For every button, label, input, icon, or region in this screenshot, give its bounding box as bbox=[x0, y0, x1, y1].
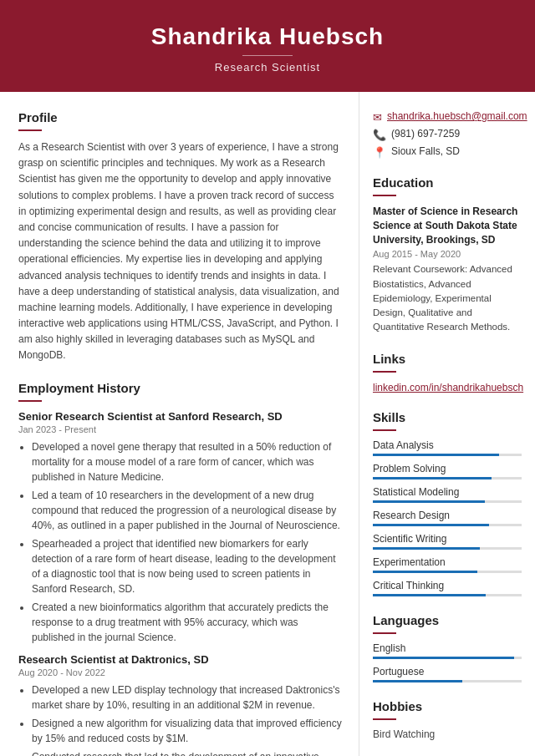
job-0-bullet-2: Spearheaded a project that identified ne… bbox=[32, 536, 342, 596]
employment-section: Employment History Senior Research Scien… bbox=[18, 381, 342, 756]
lang-bar-bg-0 bbox=[373, 657, 522, 659]
contact-location: Sioux Falls, SD bbox=[391, 145, 460, 157]
skill-bar-bg-0 bbox=[373, 454, 522, 456]
links-divider bbox=[373, 371, 396, 373]
header-title: Research Scientist bbox=[17, 61, 518, 74]
language-item-1: Portuguese bbox=[373, 666, 522, 682]
job-1-bullet-1: Designed a new algorithm for visualizing… bbox=[32, 716, 342, 746]
skill-item-2: Statistical Modeling bbox=[373, 486, 522, 503]
lang-bar-bg-1 bbox=[373, 680, 522, 682]
phone-icon: 📞 bbox=[373, 129, 386, 141]
contact-phone: (981) 697-7259 bbox=[391, 128, 460, 140]
contact-email-link[interactable]: shandrika.huebsch@gmail.com bbox=[387, 110, 527, 122]
job-1: Research Scientist at Daktronics, SD Aug… bbox=[18, 653, 342, 756]
lang-name-0: English bbox=[373, 642, 522, 654]
skill-bar-bg-2 bbox=[373, 500, 522, 503]
skills-divider bbox=[373, 429, 396, 431]
right-column: ✉ shandrika.huebsch@gmail.com 📞 (981) 69… bbox=[359, 92, 535, 756]
lang-bar-fill-0 bbox=[373, 657, 514, 659]
header: Shandrika Huebsch Research Scientist bbox=[0, 0, 535, 92]
skill-name-1: Problem Solving bbox=[373, 463, 522, 474]
contact-phone-item: 📞 (981) 697-7259 bbox=[373, 128, 522, 141]
contact-email-item: ✉ shandrika.huebsch@gmail.com bbox=[373, 110, 522, 124]
job-1-dates: Aug 2020 - Nov 2022 bbox=[18, 667, 342, 677]
linkedin-link[interactable]: linkedin.com/in/shandrikahuebsch bbox=[373, 382, 523, 393]
left-column: Profile As a Research Scientist with ove… bbox=[0, 92, 359, 756]
skill-bar-fill-0 bbox=[373, 454, 499, 456]
education-section: Education Master of Science in Research … bbox=[373, 175, 522, 335]
edu-coursework: Relevant Coursework: Advanced Biostatist… bbox=[373, 262, 522, 334]
skill-bar-bg-3 bbox=[373, 524, 522, 526]
job-0-dates: Jan 2023 - Present bbox=[18, 424, 342, 434]
email-icon: ✉ bbox=[373, 111, 382, 124]
skill-item-0: Data Analysis bbox=[373, 439, 522, 456]
edu-degree: Master of Science in Research Science at… bbox=[373, 205, 522, 246]
skill-bar-fill-1 bbox=[373, 477, 492, 479]
skills-title: Skills bbox=[373, 410, 522, 424]
job-0-bullet-0: Developed a novel gene therapy that resu… bbox=[32, 439, 342, 485]
job-0: Senior Research Scientist at Sanford Res… bbox=[18, 410, 342, 645]
body-container: Profile As a Research Scientist with ove… bbox=[0, 92, 535, 756]
job-1-bullet-2: Conducted research that led to the devel… bbox=[32, 749, 342, 756]
hobby-item-0: Bird Watching bbox=[373, 728, 522, 740]
skill-item-6: Critical Thinking bbox=[373, 580, 522, 596]
skill-bar-bg-6 bbox=[373, 594, 522, 596]
skill-bar-fill-6 bbox=[373, 594, 486, 596]
skill-item-4: Scientific Writing bbox=[373, 533, 522, 550]
education-title: Education bbox=[373, 175, 522, 190]
job-0-bullet-1: Led a team of 10 researchers in the deve… bbox=[32, 488, 342, 533]
lang-name-1: Portuguese bbox=[373, 666, 522, 677]
employment-divider bbox=[18, 400, 42, 402]
job-0-bullet-3: Created a new bioinformatics algorithm t… bbox=[32, 600, 342, 645]
links-section: Links linkedin.com/in/shandrikahuebsch bbox=[373, 352, 522, 393]
skill-name-0: Data Analysis bbox=[373, 439, 522, 451]
skill-item-1: Problem Solving bbox=[373, 463, 522, 479]
profile-section: Profile As a Research Scientist with ove… bbox=[18, 110, 342, 364]
skill-name-4: Scientific Writing bbox=[373, 533, 522, 545]
job-1-title: Research Scientist at Daktronics, SD bbox=[18, 653, 342, 666]
skill-bar-fill-3 bbox=[373, 524, 489, 526]
job-1-bullet-0: Developed a new LED display technology t… bbox=[32, 682, 342, 713]
header-divider bbox=[242, 55, 293, 56]
skill-name-2: Statistical Modeling bbox=[373, 486, 522, 498]
skill-bar-fill-5 bbox=[373, 571, 477, 573]
languages-list: English Portuguese bbox=[373, 642, 522, 682]
edu-dates: Aug 2015 - May 2020 bbox=[373, 249, 522, 259]
skill-item-3: Research Design bbox=[373, 510, 522, 526]
skill-bar-bg-4 bbox=[373, 547, 522, 550]
employment-title: Employment History bbox=[18, 381, 342, 395]
skill-item-5: Experimentation bbox=[373, 556, 522, 573]
skill-bar-fill-2 bbox=[373, 500, 485, 503]
skills-section: Skills Data Analysis Problem Solving Sta… bbox=[373, 410, 522, 596]
job-0-title: Senior Research Scientist at Sanford Res… bbox=[18, 410, 342, 423]
languages-title: Languages bbox=[373, 613, 522, 627]
hobbies-section: Hobbies Bird Watching bbox=[373, 699, 522, 740]
lang-bar-fill-1 bbox=[373, 680, 462, 682]
skill-name-6: Critical Thinking bbox=[373, 580, 522, 591]
contact-location-item: 📍 Sioux Falls, SD bbox=[373, 145, 522, 159]
job-1-bullets: Developed a new LED display technology t… bbox=[18, 682, 342, 756]
contact-section: ✉ shandrika.huebsch@gmail.com 📞 (981) 69… bbox=[373, 110, 522, 159]
profile-text: As a Research Scientist with over 3 year… bbox=[18, 140, 342, 364]
skill-name-3: Research Design bbox=[373, 510, 522, 521]
hobbies-list: Bird Watching bbox=[373, 728, 522, 740]
profile-divider bbox=[18, 129, 42, 131]
header-name: Shandrika Huebsch bbox=[17, 23, 518, 50]
language-item-0: English bbox=[373, 642, 522, 659]
hobbies-divider bbox=[373, 718, 396, 720]
links-title: Links bbox=[373, 352, 522, 366]
skill-bar-fill-4 bbox=[373, 547, 480, 550]
skill-name-5: Experimentation bbox=[373, 556, 522, 568]
skills-list: Data Analysis Problem Solving Statistica… bbox=[373, 439, 522, 596]
hobbies-title: Hobbies bbox=[373, 699, 522, 713]
skill-bar-bg-1 bbox=[373, 477, 522, 479]
education-divider bbox=[373, 195, 396, 196]
languages-section: Languages English Portuguese bbox=[373, 613, 522, 682]
location-icon: 📍 bbox=[373, 146, 386, 159]
languages-divider bbox=[373, 632, 396, 634]
job-0-bullets: Developed a novel gene therapy that resu… bbox=[18, 439, 342, 645]
skill-bar-bg-5 bbox=[373, 571, 522, 573]
profile-title: Profile bbox=[18, 110, 342, 124]
